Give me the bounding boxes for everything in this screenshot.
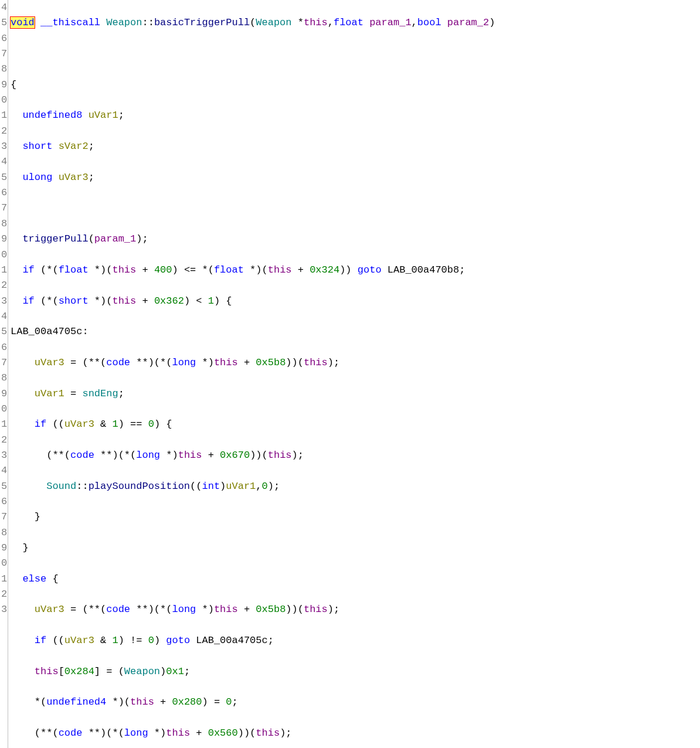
line-number: 9 [1, 77, 5, 93]
line-number: 1 [1, 108, 5, 123]
line-number: 0 [1, 93, 5, 108]
line-number: 3 [1, 139, 5, 154]
line-number: 4 [1, 154, 5, 169]
code-line[interactable]: if (*(float *)(this + 400) <= *(float *)… [11, 263, 700, 278]
code-line[interactable]: undefined8 uVar1; [11, 108, 700, 123]
line-number: 6 [1, 340, 5, 355]
line-number: 1 [1, 417, 5, 432]
code-line[interactable]: Sound::playSoundPosition((int)uVar1,0); [11, 479, 700, 494]
line-number: 8 [1, 62, 5, 77]
code-line[interactable]: uVar3 = (**(code **)(*(long *)this + 0x5… [11, 602, 700, 617]
code-line[interactable]: if (*(short *)(this + 0x362) < 1) { [11, 294, 700, 309]
line-number: 5 [1, 479, 5, 494]
line-number: 2 [1, 587, 5, 602]
line-number: 5 [1, 15, 5, 30]
line-number: 4 [1, 0, 5, 15]
line-number: 1 [1, 263, 5, 278]
line-number: 8 [1, 525, 5, 540]
line-number: 9 [1, 386, 5, 402]
line-number: 2 [1, 124, 5, 139]
code-line[interactable]: LAB_00a4705c: [11, 324, 700, 339]
code-line[interactable]: (**(code **)(*(long *)this + 0x670))(thi… [11, 448, 700, 463]
line-number: 6 [1, 185, 5, 200]
code-line[interactable]: uVar1 = sndEng; [11, 386, 700, 402]
code-line[interactable]: uVar3 = (**(code **)(*(long *)this + 0x5… [11, 355, 700, 370]
code-line[interactable]: (**(code **)(*(long *)this + 0x560))(thi… [11, 726, 700, 741]
code-line[interactable]: *(undefined4 *)(this + 0x280) = 0; [11, 695, 700, 710]
code-line[interactable] [11, 46, 700, 62]
code-line[interactable]: ulong uVar3; [11, 170, 700, 185]
line-number: 2 [1, 433, 5, 448]
code-line[interactable]: if ((uVar3 & 1) == 0) { [11, 417, 700, 432]
label-1: LAB_00a4705c [11, 326, 82, 337]
line-number: 0 [1, 556, 5, 571]
line-number: 0 [1, 247, 5, 263]
code-line[interactable]: else { [11, 572, 700, 587]
line-number: 6 [1, 494, 5, 509]
code-line[interactable]: void __thiscall Weapon::basicTriggerPull… [11, 15, 700, 30]
code-line[interactable]: triggerPull(param_1); [11, 232, 700, 247]
line-number: 3 [1, 602, 5, 617]
line-number: 7 [1, 509, 5, 525]
decompiler-code-view[interactable]: void __thiscall Weapon::basicTriggerPull… [8, 0, 700, 748]
code-line[interactable] [11, 200, 700, 216]
line-number: 8 [1, 216, 5, 232]
cursor-highlight: void [11, 17, 35, 28]
code-line[interactable]: this[0x284] = (Weapon)0x1; [11, 664, 700, 679]
line-number: 7 [1, 200, 5, 216]
code-line[interactable]: if ((uVar3 & 1) != 0) goto LAB_00a4705c; [11, 633, 700, 648]
line-number: 6 [1, 31, 5, 46]
line-number: 5 [1, 170, 5, 185]
line-number: 3 [1, 294, 5, 309]
line-number: 9 [1, 540, 5, 556]
line-number-gutter: 4567890123456789012345678901234567890123 [0, 0, 8, 748]
line-number: 8 [1, 370, 5, 386]
line-number: 5 [1, 324, 5, 339]
line-number: 1 [1, 572, 5, 587]
line-number: 4 [1, 309, 5, 324]
code-line[interactable]: short sVar2; [11, 139, 700, 154]
line-number: 3 [1, 448, 5, 463]
line-number: 4 [1, 463, 5, 478]
code-line[interactable]: } [11, 509, 700, 525]
code-line[interactable]: } [11, 540, 700, 556]
line-number: 9 [1, 232, 5, 247]
line-number: 2 [1, 278, 5, 293]
line-number: 7 [1, 46, 5, 62]
line-number: 0 [1, 402, 5, 417]
code-line[interactable]: { [11, 77, 700, 93]
line-number: 7 [1, 355, 5, 370]
